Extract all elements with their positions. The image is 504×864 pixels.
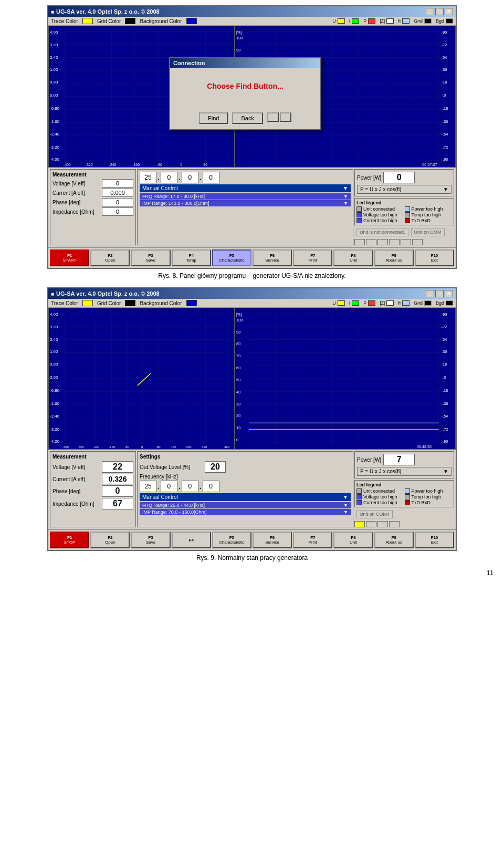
- f4-key-1[interactable]: F4 Temp: [172, 249, 211, 266]
- svg-text:-.0: -.0: [442, 93, 446, 98]
- f10-key-2[interactable]: F10 Exit: [415, 532, 454, 548]
- f8-key-1[interactable]: F8 Unit: [333, 249, 373, 266]
- f5-key-2[interactable]: F5 Characteristic: [212, 532, 251, 548]
- trace-color-box[interactable]: [82, 18, 93, 24]
- svg-text:0.00: 0.00: [50, 93, 58, 98]
- f9-key-1[interactable]: F9 About us: [374, 249, 414, 266]
- page-number: 11: [487, 569, 494, 577]
- voltage-label-2: Voltage [V eff]: [52, 464, 100, 470]
- svg-text:-1.60: -1.60: [50, 401, 60, 406]
- svg-text:2.40: 2.40: [50, 337, 58, 342]
- title-bar-1: ■ UG-SA ver. 4.0 Optel Sp. z o.o. © 2008…: [48, 6, 456, 17]
- mode-dropdown-2[interactable]: Manual Control ▼: [140, 493, 351, 501]
- f2-key-2[interactable]: F2 Open: [90, 532, 130, 548]
- freq-val-3[interactable]: 0: [182, 172, 198, 183]
- power-value-1: 0: [383, 172, 415, 183]
- back-button[interactable]: Back: [232, 112, 262, 124]
- iz-label: |Z|: [380, 18, 385, 24]
- f10-key-1[interactable]: F10 Exit: [415, 249, 454, 266]
- grid-color-box-2[interactable]: [125, 300, 135, 306]
- current-value-1: 0.000: [102, 189, 133, 197]
- out-voltage-label: Out.Voltage Level [%]: [140, 464, 203, 470]
- grid-color-box[interactable]: [125, 18, 135, 24]
- function-keys-1: F1 START F2 Open F3 Save F4 Temp F5 Ch: [48, 247, 456, 268]
- trace-color-box-2[interactable]: [82, 300, 93, 306]
- formula-bar-2[interactable]: P = U x J x cos(fi) ▼: [357, 467, 452, 476]
- svg-text:-320: -320: [86, 163, 93, 166]
- freq2-val-2[interactable]: 0: [161, 481, 177, 492]
- controls-section-1: 25 . 0 . 0 . 0 Manual Control ▼ FRQ Rang…: [137, 169, 353, 245]
- svg-text:-.18: -.18: [442, 389, 448, 393]
- svg-text:-.72: -.72: [442, 145, 448, 150]
- f3-key-2[interactable]: F3 Save: [131, 532, 170, 548]
- freq-val-4[interactable]: 0: [203, 172, 219, 183]
- grid-label2: Grid: [414, 18, 423, 24]
- svg-text:00:48:35: 00:48:35: [417, 445, 432, 449]
- u-color-2: [338, 300, 345, 306]
- phase-label-1: Phase [deg]: [52, 200, 100, 205]
- bgd-color-2: [446, 300, 453, 306]
- grid2-color-2: [424, 300, 432, 306]
- indicator-1: [354, 239, 365, 245]
- svg-text:3.20: 3.20: [50, 43, 58, 47]
- unit-com-2: Unit on COM4: [356, 510, 393, 518]
- impedance-label-2: Impedance [Ohm]: [52, 501, 100, 507]
- svg-text:60: 60: [236, 366, 240, 370]
- f8-key-2[interactable]: F8 Unit: [333, 532, 373, 548]
- indicator-6: [412, 239, 423, 245]
- bg-color-box[interactable]: [186, 18, 197, 24]
- minimize-btn-1[interactable]: _: [426, 8, 434, 15]
- f2-key-1[interactable]: F2 Open: [90, 249, 130, 266]
- current-label-2: Current [A eff]: [52, 476, 100, 482]
- f4-key-2[interactable]: F4: [172, 532, 211, 548]
- freq-val-2[interactable]: 0: [161, 172, 177, 183]
- find-button[interactable]: Find: [199, 112, 228, 124]
- f1-key-2[interactable]: F1 STOP: [50, 532, 89, 548]
- trace-label: Trace Color: [51, 18, 78, 24]
- svg-text:50: 50: [236, 378, 240, 382]
- freq-display-2: 25 . 0 . 0 . 0: [140, 481, 351, 492]
- power-label-2: Power [W]: [357, 457, 381, 463]
- minimize-btn-2[interactable]: _: [426, 290, 434, 297]
- freq2-val-3[interactable]: 0: [182, 481, 198, 492]
- svg-text:0.00: 0.00: [50, 375, 58, 380]
- svg-text:-80: -80: [157, 163, 162, 166]
- svg-text:0: 0: [181, 163, 183, 166]
- impedance-label-1: Impedance [Ohm]: [52, 209, 100, 215]
- svg-text:-.90: -.90: [442, 158, 448, 162]
- f6-key-2[interactable]: F6 Service: [253, 532, 292, 548]
- freq2-val-1[interactable]: 25: [140, 481, 156, 492]
- frq-range-2[interactable]: FRQ Range: 25.0 - 44.0 [kHz] ▼: [140, 502, 351, 508]
- imp-range-1[interactable]: IMP Range: 140.0 - 300.0[Ohm] ▼: [140, 200, 351, 206]
- freq-val-1[interactable]: 25: [140, 172, 156, 183]
- f3-key-1[interactable]: F3 Save: [131, 249, 170, 266]
- grid-label: Grid Color: [97, 18, 121, 24]
- close-btn-1[interactable]: ✕: [445, 8, 453, 15]
- freq2-val-4[interactable]: 0: [203, 481, 219, 492]
- svg-text:-18: -18: [442, 80, 447, 85]
- f7-key-2[interactable]: F7 Print: [293, 532, 332, 548]
- mode-dropdown-1[interactable]: Manual Control ▼: [140, 184, 351, 192]
- f5-key-1[interactable]: F5 Characteristic: [212, 249, 251, 266]
- svg-text:-.90: -.90: [442, 440, 448, 444]
- svg-text:-160: -160: [132, 163, 140, 166]
- frq-range-1[interactable]: FRQ Range: 17.0 - 30.0 [kHz] ▼: [140, 193, 351, 200]
- f1-key-1[interactable]: F1 START: [50, 249, 89, 266]
- power-panel-1: Power [W] 0 P = U x J x cos(fi) ▼: [354, 169, 454, 196]
- maximize-btn-2[interactable]: □: [435, 290, 444, 297]
- close-btn-2[interactable]: ✕: [445, 290, 453, 297]
- indicator-4: [389, 239, 400, 245]
- maximize-btn-1[interactable]: □: [435, 8, 444, 15]
- svg-text:3.20: 3.20: [50, 325, 58, 329]
- bg-color-box-2[interactable]: [186, 300, 197, 306]
- f7-key-1[interactable]: F7 Print: [293, 249, 332, 266]
- formula-bar-1[interactable]: P = U x J x cos(fi) ▼: [357, 185, 452, 194]
- f9-key-2[interactable]: F9 About us: [374, 532, 414, 548]
- svg-text:0: 0: [236, 438, 238, 442]
- window2: ■ UG-SA ver. 4.0 Optel Sp. z o.o. © 2008…: [47, 287, 457, 551]
- fi-label: fi: [398, 18, 401, 24]
- f6-key-1[interactable]: F6 Service: [253, 249, 292, 266]
- svg-text:0.80: 0.80: [50, 362, 58, 367]
- led-legend-title-1: Led legend: [356, 200, 452, 205]
- imp-range-2[interactable]: IMP Range: 70.0 - 160.0[Ohm] ▼: [140, 509, 351, 515]
